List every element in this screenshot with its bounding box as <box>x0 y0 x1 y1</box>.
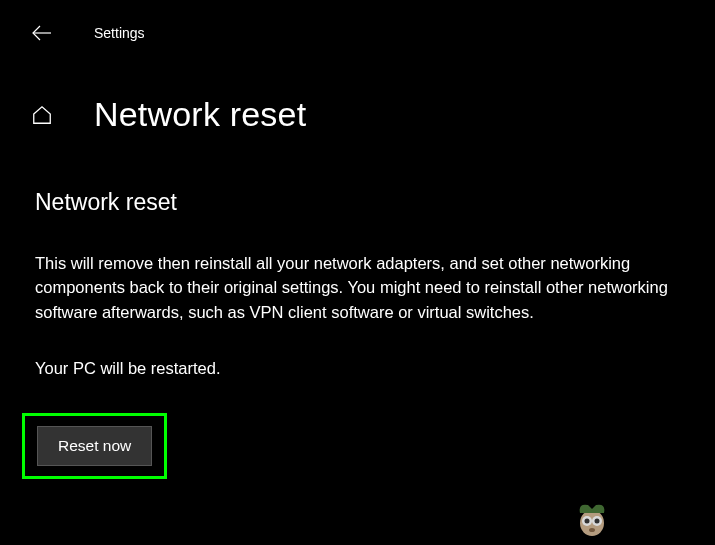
home-button[interactable] <box>30 103 54 127</box>
section-heading: Network reset <box>35 189 685 216</box>
reset-now-button[interactable]: Reset now <box>37 426 152 466</box>
mascot-image <box>570 495 615 540</box>
description-text: This will remove then reinstall all your… <box>35 251 675 324</box>
app-title: Settings <box>94 25 145 41</box>
home-icon <box>31 104 53 126</box>
header-bar: Settings <box>0 0 715 50</box>
highlight-annotation: Reset now <box>22 413 167 479</box>
restart-note: Your PC will be restarted. <box>35 359 685 378</box>
page-header: Network reset <box>0 50 715 134</box>
back-arrow-icon <box>32 25 52 41</box>
svg-point-5 <box>595 519 600 524</box>
content-area: Network reset This will remove then rein… <box>0 134 715 479</box>
page-title: Network reset <box>94 95 306 134</box>
svg-point-6 <box>589 528 595 532</box>
back-button[interactable] <box>30 21 54 45</box>
svg-point-4 <box>585 519 590 524</box>
